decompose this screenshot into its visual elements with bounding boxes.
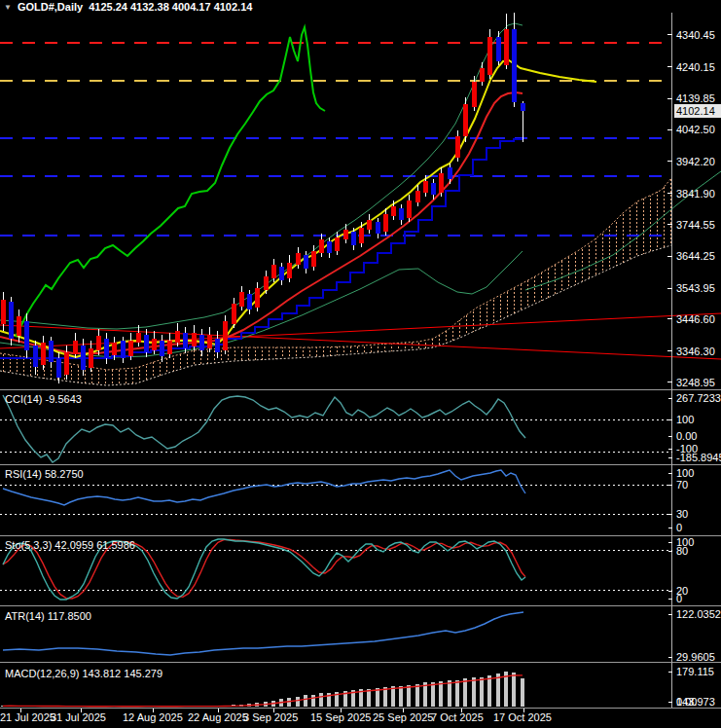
atr-axis-label: 29.9605 xyxy=(676,651,715,663)
time-axis-label: 12 Aug 2025 xyxy=(123,711,183,723)
price-axis-label: 3248.95 xyxy=(676,377,715,388)
time-axis-label: 22 Aug 2025 xyxy=(188,711,248,723)
price-axis-label: 3644.25 xyxy=(676,250,715,262)
symbol-period-label: GOLD#,Daily xyxy=(18,1,83,13)
price-axis-label: 3744.55 xyxy=(676,219,715,231)
rsi-pane-label: RSI(14) 58.2750 xyxy=(5,468,84,480)
price-axis-label: 4139.85 xyxy=(676,92,715,104)
price-axis-label: 3543.95 xyxy=(676,282,715,294)
time-axis-label: 31 Jul 2025 xyxy=(51,711,106,723)
time-axis-label: 21 Jul 2025 xyxy=(0,711,55,723)
cci-axis-label: -185.8945 xyxy=(676,452,721,463)
cci-pane-label: CCI(14) -9.5643 xyxy=(5,393,82,405)
rsi-axis-label: 0 xyxy=(676,522,682,533)
cci-axis-label: 267.7233 xyxy=(676,392,721,404)
cci-axis-label: 100 xyxy=(676,414,694,425)
ohlc-values: 4125.24 4132.38 4004.17 4102.14 xyxy=(89,1,252,13)
time-axis-label: 25 Sep 2025 xyxy=(373,711,433,723)
price-axis-label: 3841.90 xyxy=(676,188,715,200)
chart-header: ▼ GOLD#,Daily 4125.24 4132.38 4004.17 41… xyxy=(4,1,252,13)
current-price-tag: 4102.14 xyxy=(674,104,721,118)
price-axis-label: 4340.45 xyxy=(676,29,715,41)
price-axis-label: 3942.20 xyxy=(676,156,715,167)
macd-axis-label: 0.00 xyxy=(676,696,697,708)
price-axis-label: 3346.30 xyxy=(676,346,715,357)
time-axis-label: 15 Sep 2025 xyxy=(310,711,371,723)
time-axis-label: 3 Sep 2025 xyxy=(243,711,298,723)
macd-pane-label: MACD(12,26,9) 143.812 145.279 xyxy=(5,668,162,679)
sto-axis-label: 80 xyxy=(676,545,688,557)
rsi-axis-label: 30 xyxy=(676,508,688,520)
chart-canvas[interactable] xyxy=(0,0,721,728)
atr-pane-label: ATR(14) 117.8500 xyxy=(5,610,91,622)
rsi-axis-label: 70 xyxy=(676,479,688,491)
collapse-triangle-icon[interactable]: ▼ xyxy=(4,3,12,12)
time-axis-label: 7 Oct 2025 xyxy=(431,711,484,723)
atr-axis-label: 122.0352 xyxy=(676,608,721,620)
price-axis-label: 4042.50 xyxy=(676,124,715,135)
rsi-axis-label: 100 xyxy=(676,467,694,479)
chart-window: ▼ GOLD#,Daily 4125.24 4132.38 4004.17 41… xyxy=(0,0,721,728)
price-axis-label: 3446.60 xyxy=(676,313,715,325)
sto-axis-label: 0 xyxy=(676,593,682,604)
time-axis-label: 17 Oct 2025 xyxy=(493,711,552,723)
sto-pane-label: Sto(5,3,3) 42.0959 61.5986 xyxy=(5,539,135,551)
cci-axis-label: 0.00 xyxy=(676,430,697,442)
price-axis-label: 4240.15 xyxy=(676,61,715,73)
macd-axis-label: 179.115 xyxy=(676,666,714,677)
